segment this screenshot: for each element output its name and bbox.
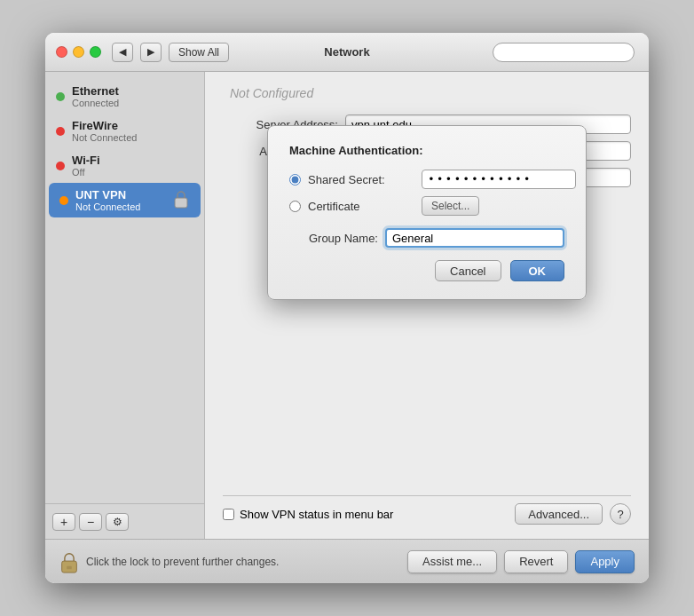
panel-bottom: Show VPN status in menu bar Advanced... … bbox=[223, 495, 631, 525]
window-title: Network bbox=[324, 45, 369, 59]
certificate-row: Certificate Select... bbox=[289, 196, 564, 216]
bottom-bar: Click the lock to prevent further change… bbox=[45, 539, 649, 583]
modal-cancel-button[interactable]: Cancel bbox=[435, 260, 501, 281]
content-area: Ethernet Connected FireWire Not Connecte… bbox=[45, 72, 649, 539]
sidebar-footer: + − ⚙ bbox=[45, 503, 204, 539]
modal-ok-button[interactable]: OK bbox=[510, 260, 565, 281]
assist-me-button[interactable]: Assist me... bbox=[407, 550, 497, 573]
advanced-button[interactable]: Advanced... bbox=[515, 503, 603, 525]
firewire-status: Not Connected bbox=[72, 132, 137, 143]
apply-button[interactable]: Apply bbox=[575, 550, 635, 573]
add-connection-button[interactable]: + bbox=[52, 513, 75, 531]
shared-secret-row: Shared Secret: bbox=[289, 170, 564, 189]
show-vpn-checkbox[interactable] bbox=[223, 509, 234, 520]
group-name-label: Group Name: bbox=[289, 232, 378, 245]
certificate-radio[interactable] bbox=[289, 201, 301, 212]
modal-buttons: Cancel OK bbox=[289, 260, 564, 281]
svg-rect-0 bbox=[175, 198, 187, 208]
maximize-button[interactable] bbox=[90, 46, 101, 58]
settings-gear-button[interactable]: ⚙ bbox=[106, 513, 129, 531]
lock-text: Click the lock to prevent further change… bbox=[86, 556, 279, 568]
group-name-row: Group Name: bbox=[289, 228, 564, 248]
forward-button[interactable]: ▶ bbox=[140, 43, 162, 62]
sidebar-item-untvpn[interactable]: UNT VPN Not Connected bbox=[49, 183, 201, 217]
svg-rect-2 bbox=[67, 565, 72, 569]
untvpn-status-dot bbox=[59, 196, 68, 205]
bottom-buttons: Assist me... Revert Apply bbox=[407, 550, 635, 573]
certificate-label: Certificate bbox=[308, 200, 414, 213]
revert-button[interactable]: Revert bbox=[504, 550, 568, 573]
wifi-status: Off bbox=[72, 167, 100, 178]
panel-bottom-right: Advanced... ? bbox=[515, 503, 631, 525]
sidebar-item-ethernet[interactable]: Ethernet Connected bbox=[45, 79, 204, 114]
toolbar: ◀ ▶ Show All bbox=[112, 43, 229, 62]
sidebar-item-wifi[interactable]: Wi-Fi Off bbox=[45, 148, 204, 183]
firewire-status-dot bbox=[56, 127, 65, 136]
help-button[interactable]: ? bbox=[610, 503, 631, 525]
close-button[interactable] bbox=[56, 46, 67, 58]
vpn-lock-icon bbox=[172, 189, 190, 211]
modal-title: Machine Authentication: bbox=[289, 144, 564, 157]
sidebar: Ethernet Connected FireWire Not Connecte… bbox=[45, 72, 205, 539]
shared-secret-label: Shared Secret: bbox=[308, 173, 414, 186]
back-button[interactable]: ◀ bbox=[112, 43, 133, 62]
lock-icon-container[interactable]: Click the lock to prevent further change… bbox=[59, 550, 279, 573]
modal-overlay: Machine Authentication: Shared Secret: C… bbox=[205, 72, 649, 494]
sidebar-list: Ethernet Connected FireWire Not Connecte… bbox=[45, 72, 204, 503]
shared-secret-input[interactable] bbox=[422, 170, 576, 189]
sidebar-item-firewire[interactable]: FireWire Not Connected bbox=[45, 114, 204, 148]
ethernet-name: Ethernet bbox=[72, 84, 119, 98]
select-certificate-button[interactable]: Select... bbox=[422, 196, 479, 216]
main-panel: Not Configured Server Address: Account N… bbox=[205, 72, 649, 539]
untvpn-status: Not Connected bbox=[75, 201, 140, 212]
untvpn-name: UNT VPN bbox=[75, 188, 140, 201]
traffic-lights bbox=[56, 46, 101, 58]
firewire-name: FireWire bbox=[72, 119, 137, 132]
wifi-name: Wi-Fi bbox=[72, 154, 100, 167]
search-input[interactable] bbox=[501, 46, 627, 59]
lock-icon bbox=[59, 550, 79, 573]
remove-connection-button[interactable]: − bbox=[79, 513, 102, 531]
title-bar: ◀ ▶ Show All Network bbox=[45, 33, 649, 72]
shared-secret-radio[interactable] bbox=[289, 174, 301, 186]
network-window: ◀ ▶ Show All Network Ethernet Connected bbox=[45, 33, 649, 583]
group-name-input[interactable] bbox=[385, 228, 564, 248]
auth-modal: Machine Authentication: Shared Secret: C… bbox=[267, 125, 587, 300]
minimize-button[interactable] bbox=[73, 46, 84, 58]
show-all-button[interactable]: Show All bbox=[169, 43, 229, 62]
ethernet-status: Connected bbox=[72, 98, 119, 108]
wifi-status-dot bbox=[56, 162, 65, 170]
ethernet-status-dot bbox=[56, 92, 65, 101]
show-vpn-row: Show VPN status in menu bar bbox=[223, 508, 393, 521]
search-box[interactable] bbox=[493, 43, 635, 62]
show-vpn-label: Show VPN status in menu bar bbox=[240, 508, 393, 521]
